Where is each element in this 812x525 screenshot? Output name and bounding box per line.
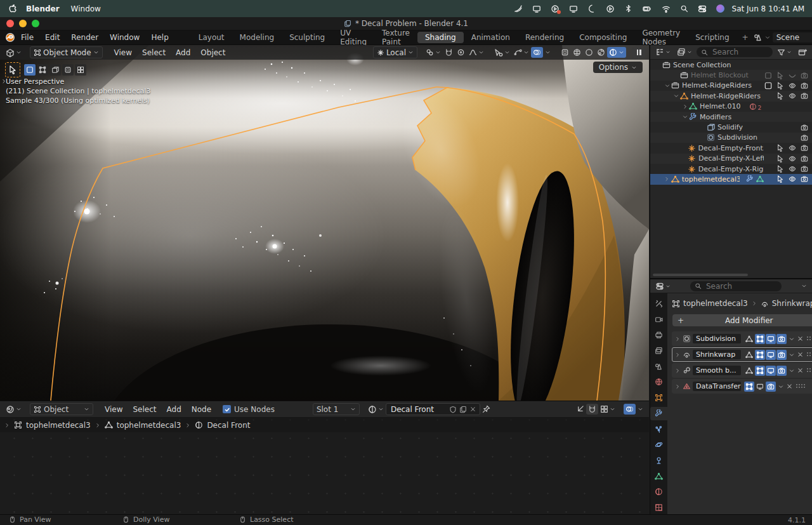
expand-icon[interactable] — [674, 352, 681, 358]
overlays-dropdown[interactable] — [543, 47, 553, 58]
moon-focus-icon[interactable] — [587, 4, 596, 13]
toggle-on-cage[interactable] — [744, 334, 754, 344]
modifier-panel-shrinkwrap[interactable]: Shrinkwrap — [672, 347, 812, 362]
gizmos-button[interactable] — [512, 47, 531, 58]
hide-viewport-icon[interactable] — [789, 72, 796, 79]
tab-shading[interactable]: Shading — [417, 32, 464, 43]
display-mode-button[interactable] — [675, 47, 694, 58]
disable-render-icon[interactable] — [801, 82, 808, 90]
toggle-render[interactable] — [766, 382, 776, 392]
bluetooth-icon[interactable] — [624, 4, 632, 13]
use-nodes-label[interactable]: Use Nodes — [234, 405, 275, 414]
outliner-search[interactable] — [697, 47, 773, 57]
tab-view-layer[interactable] — [650, 344, 667, 357]
tab-material[interactable] — [650, 486, 667, 499]
select-mode-set-button[interactable] — [24, 64, 36, 76]
node-overlays-dropdown[interactable] — [636, 404, 645, 415]
tab-object[interactable] — [650, 391, 667, 404]
expand-icon[interactable] — [682, 103, 688, 110]
unlink-material-icon[interactable] — [469, 406, 476, 413]
filter-button[interactable] — [775, 47, 794, 58]
shader-editor[interactable]: Object View Select Add Node Use Nodes Sl… — [0, 401, 649, 514]
scene-icon[interactable] — [754, 33, 763, 42]
menu-help[interactable]: Help — [145, 33, 174, 42]
proportional-editing-button[interactable] — [455, 47, 467, 58]
tab-physics[interactable] — [650, 438, 667, 451]
outliner-row-ridgeriders-collection[interactable]: Helmet-RidgeRiders — [650, 81, 812, 91]
collapse-icon[interactable] — [673, 93, 679, 99]
outliner-row-tophelmetdecal3[interactable]: tophelmetdecal3 — [650, 174, 812, 184]
node-canvas[interactable]: tophelmetdecal3 tophelmetdecal3 Decal Fr… — [0, 418, 649, 515]
toggle-render[interactable] — [776, 350, 787, 360]
hide-viewport-icon[interactable] — [789, 82, 796, 90]
include-checkbox-icon[interactable] — [764, 82, 772, 90]
collapse-icon[interactable] — [682, 114, 688, 120]
node-overlays-button[interactable] — [624, 404, 636, 415]
new-material-icon[interactable] — [459, 406, 467, 413]
selectable-icon[interactable] — [776, 72, 784, 79]
hide-viewport-icon[interactable] — [789, 144, 796, 152]
toggle-realtime[interactable] — [766, 334, 776, 344]
close-window-button[interactable] — [6, 20, 14, 27]
overlays-button[interactable] — [531, 47, 543, 58]
xray-toggle-button[interactable] — [559, 47, 571, 58]
editor-type-button[interactable] — [653, 281, 672, 291]
tab-rendering[interactable]: Rendering — [518, 32, 572, 43]
hide-viewport-icon[interactable] — [789, 92, 796, 100]
viewport-menu-view[interactable]: View — [109, 48, 137, 57]
menubar-app-name[interactable]: Blender — [26, 4, 60, 13]
tab-sculpting[interactable]: Sculpting — [282, 32, 332, 43]
viewport-menu-select[interactable]: Select — [137, 48, 171, 57]
tab-layout[interactable]: Layout — [191, 32, 232, 43]
browse-material-button[interactable] — [366, 404, 386, 415]
shader-menu-view[interactable]: View — [100, 405, 128, 414]
drag-handle[interactable] — [807, 352, 812, 357]
menubar-clock[interactable]: Sat Jun 8 10:41 AM — [732, 4, 804, 13]
editor-type-button[interactable] — [4, 47, 23, 58]
selectable-icon[interactable] — [776, 175, 784, 183]
zoom-window-button[interactable] — [32, 20, 39, 27]
battery-icon[interactable] — [642, 4, 652, 13]
menu-window[interactable]: Window — [104, 33, 145, 42]
viewport-menu-object[interactable]: Object — [195, 48, 230, 57]
shading-wireframe-button[interactable] — [571, 47, 583, 58]
shader-type-dropdown[interactable]: Object — [30, 403, 93, 415]
hide-viewport-icon[interactable] — [789, 175, 796, 183]
outliner-row-ridgeriders-object[interactable]: Helmet-RidgeRiders — [650, 91, 812, 101]
pen-swoosh-icon[interactable] — [514, 4, 523, 13]
toggle-edit-mode[interactable] — [755, 366, 765, 376]
shading-material-button[interactable] — [595, 47, 607, 58]
outliner-row-subdivision[interactable]: Subdivision — [650, 133, 812, 143]
toggle-edit-mode[interactable] — [755, 350, 765, 360]
node-snap-toggle-button[interactable] — [586, 404, 598, 415]
pin-material-button[interactable] — [480, 404, 492, 415]
hide-viewport-icon[interactable] — [789, 155, 796, 163]
apple-menu-icon[interactable] — [8, 4, 17, 13]
delete-modifier-button[interactable] — [797, 367, 804, 374]
outliner-row-helmet-blockout[interactable]: Helmet Blockout — [650, 70, 812, 80]
properties-search-input[interactable] — [705, 281, 777, 291]
toggle-on-cage[interactable] — [744, 350, 754, 360]
shading-solid-button[interactable] — [583, 47, 595, 58]
shader-menu-add[interactable]: Add — [162, 405, 187, 414]
tab-scene[interactable] — [650, 360, 667, 373]
tab-modifiers[interactable] — [650, 407, 667, 420]
new-collection-button[interactable] — [796, 47, 809, 58]
outliner-row-decal-empty-x-right[interactable]: Decal-Empty-X-Right.0 — [650, 164, 812, 174]
outliner-row-helmet-010[interactable]: Helmet.010 2 — [650, 102, 812, 112]
modifier-extras-dropdown[interactable] — [789, 352, 795, 358]
snap-target-button[interactable] — [424, 47, 443, 58]
disable-render-icon[interactable] — [801, 92, 808, 100]
drag-handle[interactable] — [807, 368, 812, 373]
transform-orientation-dropdown[interactable]: Local — [373, 46, 417, 58]
modifier-extras-dropdown[interactable] — [778, 383, 784, 390]
toggle-realtime[interactable] — [766, 366, 776, 376]
outliner-row-scene-collection[interactable]: Scene Collection — [650, 60, 812, 70]
toggle-realtime[interactable] — [766, 350, 776, 360]
tab-object-data[interactable] — [650, 470, 667, 483]
toggle-render[interactable] — [776, 334, 787, 344]
tab-render[interactable] — [650, 313, 667, 326]
3d-viewport[interactable]: Object Mode View Select Add Object Local — [0, 45, 649, 401]
disable-render-icon[interactable] — [801, 144, 808, 152]
properties-options-dropdown[interactable] — [799, 281, 809, 291]
